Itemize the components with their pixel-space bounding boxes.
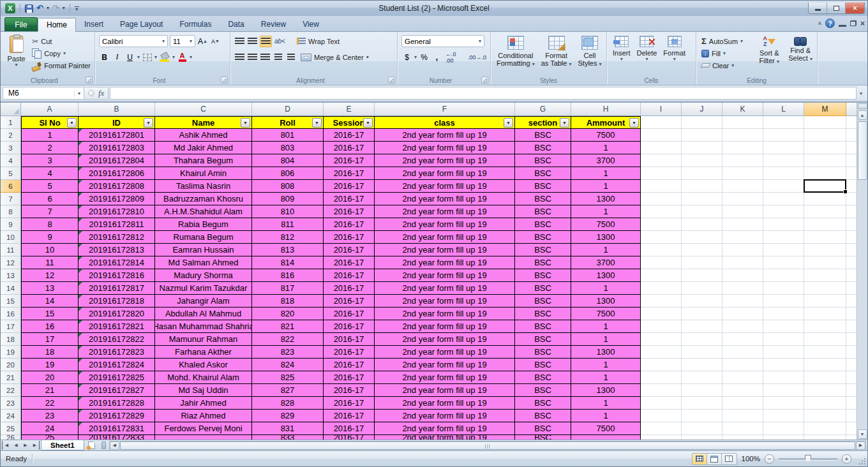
cell-A19[interactable]: 18 — [21, 346, 79, 359]
cell-E16[interactable]: 2016-17 — [324, 308, 375, 320]
cell-C5[interactable]: Khairul Amin — [155, 167, 252, 180]
cell-I12[interactable] — [641, 256, 682, 269]
column-header-B[interactable]: B — [79, 103, 155, 116]
row-header-4[interactable]: 4 — [1, 154, 21, 167]
cell-A9[interactable]: 8 — [21, 218, 79, 231]
cell-M16[interactable] — [804, 308, 846, 320]
column-header-J[interactable]: J — [682, 103, 722, 116]
cell-A5[interactable]: 4 — [21, 167, 79, 180]
cell-J6[interactable] — [682, 180, 722, 193]
clipboard-dialog-launcher-icon[interactable]: ◿ — [86, 77, 93, 84]
cell-G20[interactable]: BSC — [515, 359, 571, 371]
cell-L13[interactable] — [763, 269, 804, 282]
cell-A14[interactable]: 13 — [21, 282, 79, 295]
cell-B15[interactable]: 201916172818 — [79, 295, 155, 308]
cell-H14[interactable]: 1 — [571, 282, 641, 295]
zoom-in-button[interactable]: + — [842, 454, 851, 464]
cell-D10[interactable]: 812 — [252, 231, 324, 244]
increase-decimal-button[interactable]: ←.0 .00 — [444, 52, 465, 63]
cell-J7[interactable] — [682, 193, 722, 205]
cell-M18[interactable] — [804, 333, 846, 346]
cell-I24[interactable] — [641, 410, 682, 422]
cell-L12[interactable] — [763, 256, 804, 269]
cell-B24[interactable]: 201916172829 — [79, 410, 155, 422]
cell-J19[interactable] — [682, 346, 722, 359]
cell-G5[interactable]: BSC — [515, 167, 571, 180]
cell-F6[interactable]: 2nd year form fill up 19 — [375, 180, 515, 193]
cell-B1[interactable]: ID▼ — [79, 116, 155, 129]
cell-I3[interactable] — [641, 142, 682, 154]
cell-M20[interactable] — [804, 359, 846, 371]
cell-A3[interactable]: 2 — [21, 142, 79, 154]
underline-button[interactable]: U — [124, 52, 135, 63]
cell-J20[interactable] — [682, 359, 722, 371]
filter-dropdown-icon[interactable]: ▼ — [363, 118, 373, 128]
cell-G6[interactable]: BSC — [515, 180, 571, 193]
cell-C2[interactable]: Ashik Ahmed — [155, 129, 252, 142]
tab-file[interactable]: File — [4, 17, 38, 31]
cell-H10[interactable]: 1300 — [571, 231, 641, 244]
cell-L7[interactable] — [763, 193, 804, 205]
cell-D8[interactable]: 810 — [252, 205, 324, 218]
cell-M9[interactable] — [804, 218, 846, 231]
undo-dropdown-icon[interactable]: ▾ — [47, 6, 49, 11]
sort-filter-button[interactable]: AZ Sort & Filter ▾ — [754, 34, 784, 75]
cell-H15[interactable]: 1300 — [571, 295, 641, 308]
cell-B9[interactable]: 201916172811 — [79, 218, 155, 231]
row-header-12[interactable]: 12 — [1, 256, 21, 269]
cell-M14[interactable] — [804, 282, 846, 295]
cell-A2[interactable]: 1 — [21, 129, 79, 142]
cell-M15[interactable] — [804, 295, 846, 308]
cell-F14[interactable]: 2nd year form fill up 19 — [375, 282, 515, 295]
cell-I2[interactable] — [641, 129, 682, 142]
horizontal-scrollbar[interactable]: ◀ ▶ — [109, 441, 866, 450]
cell-C20[interactable]: Khaled Askor — [155, 359, 252, 371]
cell-M2[interactable] — [804, 129, 846, 142]
format-cells-button[interactable]: Format ▾ — [661, 34, 687, 75]
cell-I8[interactable] — [641, 205, 682, 218]
normal-view-button[interactable] — [692, 454, 707, 464]
cell-J9[interactable] — [682, 218, 722, 231]
cell-D22[interactable]: 827 — [252, 384, 324, 397]
cell-G3[interactable]: BSC — [515, 142, 571, 154]
cell-G13[interactable]: BSC — [515, 269, 571, 282]
cell-F10[interactable]: 2nd year form fill up 19 — [375, 231, 515, 244]
cell-H4[interactable]: 3700 — [571, 154, 641, 167]
orientation-button[interactable]: ab˂ — [274, 36, 286, 47]
cell-D17[interactable]: 821 — [252, 320, 324, 333]
cell-M3[interactable] — [804, 142, 846, 154]
cell-D12[interactable]: 814 — [252, 256, 324, 269]
cell-L9[interactable] — [763, 218, 804, 231]
cell-C21[interactable]: Mohd. Khairul Alam — [155, 371, 252, 384]
cell-L14[interactable] — [763, 282, 804, 295]
cell-G2[interactable]: BSC — [515, 129, 571, 142]
cell-B12[interactable]: 201916172814 — [79, 256, 155, 269]
row-header-19[interactable]: 19 — [1, 346, 21, 359]
cell-L11[interactable] — [763, 244, 804, 256]
row-header-7[interactable]: 7 — [1, 193, 21, 205]
delete-cells-button[interactable]: Delete ▾ — [635, 34, 659, 75]
cell-D13[interactable]: 816 — [252, 269, 324, 282]
cell-G19[interactable]: BSC — [515, 346, 571, 359]
restore-button[interactable] — [827, 3, 846, 13]
cell-M7[interactable] — [804, 193, 846, 205]
cell-H1[interactable]: Ammount▼ — [571, 116, 641, 129]
cell-K24[interactable] — [722, 410, 763, 422]
fill-button[interactable]: ↓Fill▾ — [700, 48, 752, 59]
cell-I14[interactable] — [641, 282, 682, 295]
cell-B26[interactable]: 201916172833 — [79, 435, 155, 440]
scroll-left-icon[interactable]: ◀ — [110, 441, 119, 450]
row-header-14[interactable]: 14 — [1, 282, 21, 295]
cell-B11[interactable]: 201916172813 — [79, 244, 155, 256]
cell-I5[interactable] — [641, 167, 682, 180]
format-as-table-button[interactable]: Format as Table ▾ — [539, 34, 574, 75]
tab-data[interactable]: Data — [220, 17, 252, 31]
last-sheet-icon[interactable]: ▶ — [31, 441, 40, 450]
cell-A16[interactable]: 15 — [21, 308, 79, 320]
cell-F21[interactable]: 2nd year form fill up 19 — [375, 371, 515, 384]
row-header-26[interactable]: 26 — [1, 435, 21, 440]
cell-J24[interactable] — [682, 410, 722, 422]
column-header-C[interactable]: C — [155, 103, 252, 116]
italic-button[interactable]: I — [112, 52, 123, 63]
cell-C13[interactable]: Madury Shorma — [155, 269, 252, 282]
